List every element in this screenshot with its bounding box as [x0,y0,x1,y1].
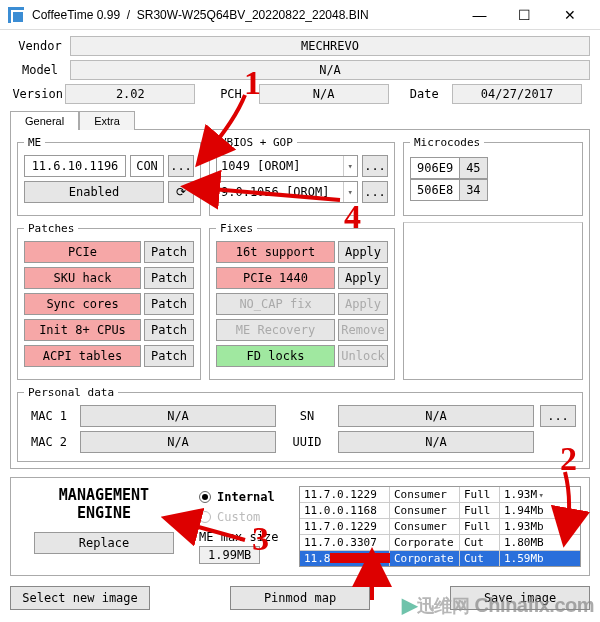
vbios-legend: VBIOS + GOP [216,136,297,149]
patch-name[interactable]: SKU hack [24,267,141,289]
fix-name[interactable]: NO_CAP fix [216,293,335,315]
minimize-button[interactable]: — [457,0,502,30]
titlebar: CoffeeTime 0.99 / SR30W-W25Q64BV_2022082… [0,0,600,30]
maxsize-label: ME max size [199,530,278,544]
patch-name[interactable]: Init 8+ CPUs [24,319,141,341]
table-row[interactable]: 11.7.0.3307CorporateCut1.80MB [300,535,580,551]
sn-value[interactable]: N/A [338,405,534,427]
patch-action-button[interactable]: Patch [144,241,194,263]
uuid-label: UUID [282,435,332,449]
microcode-chip[interactable]: 906E945 [410,157,488,179]
fix-name[interactable]: 16t support [216,241,335,263]
model-value: N/A [70,60,590,80]
vbios-select-2[interactable]: 9.0.1056 [OROM]▾ [216,181,358,203]
patch-name[interactable]: ACPI tables [24,345,141,367]
uuid-value[interactable]: N/A [338,431,534,453]
select-new-image-button[interactable]: Select new image [10,586,150,610]
fix-action-button: Unlock [338,345,388,367]
pch-label: PCH [203,87,258,101]
pinmod-map-button[interactable]: Pinmod map [230,586,370,610]
vbios-select-1[interactable]: 1049 [OROM]▾ [216,155,358,177]
patches-group: Patches PCIe PatchSKU hack PatchSync cor… [17,222,201,380]
me-refresh-button[interactable]: ⟳ [168,181,194,203]
fix-action-button: Apply [338,293,388,315]
mac1-label: MAC 1 [24,409,74,423]
personal-data-group: Personal data MAC 1 N/A SN N/A ... MAC 2… [17,386,583,462]
patch-name[interactable]: Sync cores [24,293,141,315]
tab-extra[interactable]: Extra [79,111,135,130]
vbios-browse-1-button[interactable]: ... [362,155,388,177]
radio-icon [199,491,211,503]
fixes-group: Fixes 16t support ApplyPCIe 1440 ApplyNO… [209,222,395,380]
microcodes-extra-group [403,222,583,380]
vbios-group: VBIOS + GOP 1049 [OROM]▾ ... 9.0.1056 [O… [209,136,395,216]
me-type: CON [130,155,164,177]
fix-name[interactable]: PCIe 1440 [216,267,335,289]
radio-internal[interactable]: Internal [199,490,289,504]
maximize-button[interactable]: ☐ [502,0,547,30]
patch-action-button[interactable]: Patch [144,345,194,367]
chevron-down-icon: ▾ [343,156,353,176]
close-button[interactable]: ✕ [547,0,592,30]
maxsize-value: 1.99MB [199,546,260,564]
mac1-value[interactable]: N/A [80,405,276,427]
tab-general[interactable]: General [10,111,79,130]
vbios-browse-2-button[interactable]: ... [362,181,388,203]
radio-icon [199,511,211,523]
watermark: ▶迅维网 Chinafix.com [402,593,594,618]
me-legend: ME [24,136,45,149]
vendor-value: MECHREVO [70,36,590,56]
patches-legend: Patches [24,222,78,235]
fixes-legend: Fixes [216,222,257,235]
model-label: Model [10,63,70,77]
personal-legend: Personal data [24,386,118,399]
microcodes-legend: Microcodes [410,136,484,149]
fix-action-button: Remove [338,319,388,341]
mac2-label: MAC 2 [24,435,74,449]
me-group: ME 11.6.10.1196 CON ... Enabled ⟳ [17,136,201,216]
version-value: 2.02 [65,84,195,104]
microcodes-group: Microcodes 906E945 506E834 [403,136,583,216]
vendor-label: Vendor [10,39,70,53]
patch-name[interactable]: PCIe [24,241,141,263]
tab-body-general: ME 11.6.10.1196 CON ... Enabled ⟳ VBIOS … [10,129,590,469]
fix-name[interactable]: ME Recovery [216,319,335,341]
chevron-down-icon: ▾ [343,182,353,202]
fix-name[interactable]: FD locks [216,345,335,367]
me-version: 11.6.10.1196 [24,155,126,177]
redaction-bar [330,553,390,563]
sn-label: SN [282,409,332,423]
personal-browse-button[interactable]: ... [540,405,576,427]
radio-custom: Custom [199,510,289,524]
me-browse-button[interactable]: ... [168,155,194,177]
fix-action-button[interactable]: Apply [338,241,388,263]
mac2-value[interactable]: N/A [80,431,276,453]
patch-action-button[interactable]: Patch [144,267,194,289]
date-label: Date [397,87,452,101]
pch-value: N/A [259,84,389,104]
replace-button[interactable]: Replace [34,532,174,554]
me-status-button[interactable]: Enabled [24,181,164,203]
table-row[interactable]: 11.7.0.1229ConsumerFull1.93M▾ [300,487,580,503]
fix-action-button[interactable]: Apply [338,267,388,289]
table-row[interactable]: 11.7.0.1229ConsumerFull1.93Mb [300,519,580,535]
app-icon [8,7,24,23]
microcode-chip[interactable]: 506E834 [410,179,488,201]
table-row[interactable]: 11.0.0.1168ConsumerFull1.94Mb [300,503,580,519]
version-label: Version [10,87,65,101]
management-engine-title: MANAGEMENTENGINE [19,486,189,522]
patch-action-button[interactable]: Patch [144,293,194,315]
date-value: 04/27/2017 [452,84,582,104]
management-engine-panel: MANAGEMENTENGINE Replace Internal Custom… [10,477,590,576]
patch-action-button[interactable]: Patch [144,319,194,341]
window-title: CoffeeTime 0.99 / SR30W-W25Q64BV_2022082… [32,8,457,22]
